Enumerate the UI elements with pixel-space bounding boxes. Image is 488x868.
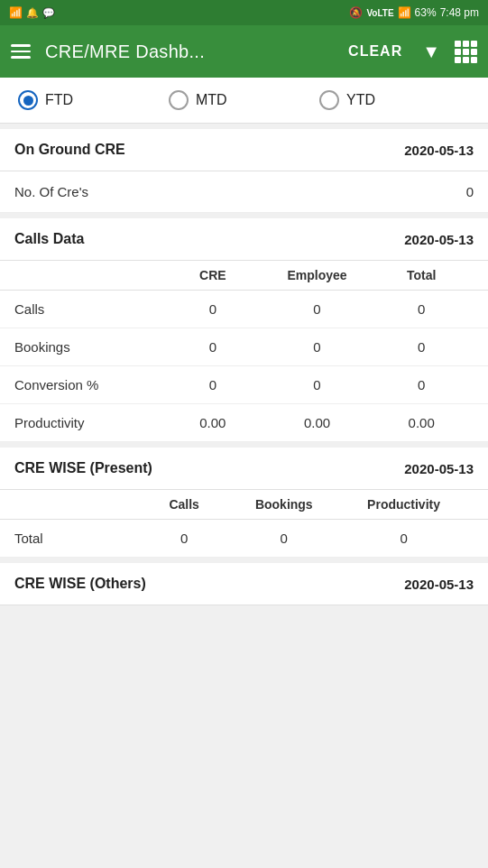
status-bar-right: 🔕 VoLTE 📶 63% 7:48 pm [349,6,479,19]
cre-col-productivity: Productivity [334,497,474,512]
cre-total-label: Total [14,531,134,546]
calls-label: Calls [14,301,161,317]
toolbar-title: CRE/MRE Dashb... [45,42,328,62]
radio-label-ytd: YTD [346,92,375,108]
on-ground-cre-header: On Ground CRE 2020-05-13 [0,124,488,171]
radio-ftd[interactable]: FTD [18,90,169,110]
no-of-cres-value: 0 [466,184,474,199]
silent-icon: 🔕 [349,6,363,19]
table-row: Productivity 0.00 0.00 0.00 [0,404,488,442]
menu-icon[interactable] [11,44,31,59]
radio-mtd[interactable]: MTD [169,90,319,110]
table-row: Conversion % 0 0 0 [0,366,488,404]
table-row: Total 0 0 0 [0,520,488,558]
cre-wise-others-header: CRE WISE (Others) 2020-05-13 [0,558,488,605]
cre-wise-others-date: 2020-05-13 [404,577,474,592]
filter-icon[interactable]: ▼ [422,42,440,62]
bookings-cre: 0 [161,339,265,355]
no-of-cres-row: No. Of Cre's 0 [0,171,488,213]
notification-icon: 🔔 [26,7,39,19]
chat-icon: 💬 [42,7,55,19]
cre-total-calls: 0 [134,531,235,546]
table-row: Calls 0 0 0 [0,291,488,328]
sim-icon: 📶 [9,6,23,19]
cre-wise-present-header: CRE WISE (Present) 2020-05-13 [0,442,488,490]
clear-button[interactable]: CLEAR [343,40,408,63]
time-display: 7:48 pm [440,6,479,19]
productivity-employee: 0.00 [265,415,370,430]
calls-cre: 0 [161,301,265,317]
radio-circle-mtd [169,90,189,110]
conversion-total: 0 [369,377,474,392]
volte-label: VoLTE [366,8,393,18]
bookings-label: Bookings [14,339,161,355]
radio-circle-ftd [18,90,38,110]
radio-ytd[interactable]: YTD [319,90,470,110]
battery-percent: 63% [415,6,437,19]
conversion-label: Conversion % [14,377,161,392]
calls-total: 0 [369,301,474,317]
grid-icon[interactable] [455,41,477,63]
calls-employee: 0 [265,301,370,317]
radio-circle-ytd [319,90,339,110]
toolbar: CRE/MRE Dashb... CLEAR ▼ [0,25,488,78]
radio-label-ftd: FTD [45,92,73,108]
cre-col-calls: Calls [134,497,235,512]
bookings-employee: 0 [265,339,370,355]
calls-data-table: CRE Employee Total Calls 0 0 0 Bookings … [0,261,488,442]
col-employee: Employee [265,268,370,282]
calls-data-header: Calls Data 2020-05-13 [0,213,488,261]
cre-wise-present-date: 2020-05-13 [404,461,474,476]
radio-label-mtd: MTD [196,92,227,108]
calls-data-date: 2020-05-13 [404,232,474,247]
cre-col-empty [14,497,134,512]
col-cre: CRE [161,268,265,282]
on-ground-cre-title: On Ground CRE [14,142,125,158]
table-row: Bookings 0 0 0 [0,328,488,366]
conversion-employee: 0 [265,377,370,392]
no-of-cres-label: No. Of Cre's [14,184,88,199]
col-empty [14,268,161,282]
cre-total-productivity: 0 [334,531,474,546]
cre-total-bookings: 0 [234,531,334,546]
status-bar-left: 📶 🔔 💬 [9,6,55,19]
col-total: Total [369,268,474,282]
productivity-cre: 0.00 [161,415,265,430]
cre-wise-present-title: CRE WISE (Present) [14,460,152,476]
on-ground-cre-date: 2020-05-13 [404,143,474,158]
productivity-label: Productivity [14,415,161,430]
radio-group: FTD MTD YTD [0,78,488,124]
calls-data-title: Calls Data [14,231,84,247]
bookings-total: 0 [369,339,474,355]
calls-data-col-headers: CRE Employee Total [0,261,488,291]
wifi-icon: 📶 [398,6,411,19]
cre-col-bookings: Bookings [234,497,334,512]
cre-wise-others-title: CRE WISE (Others) [14,576,146,592]
cre-wise-present-col-headers: Calls Bookings Productivity [0,490,488,520]
productivity-total: 0.00 [369,415,474,430]
status-bar: 📶 🔔 💬 🔕 VoLTE 📶 63% 7:48 pm [0,0,488,25]
conversion-cre: 0 [161,377,265,392]
cre-wise-present-table: Calls Bookings Productivity Total 0 0 0 [0,490,488,558]
